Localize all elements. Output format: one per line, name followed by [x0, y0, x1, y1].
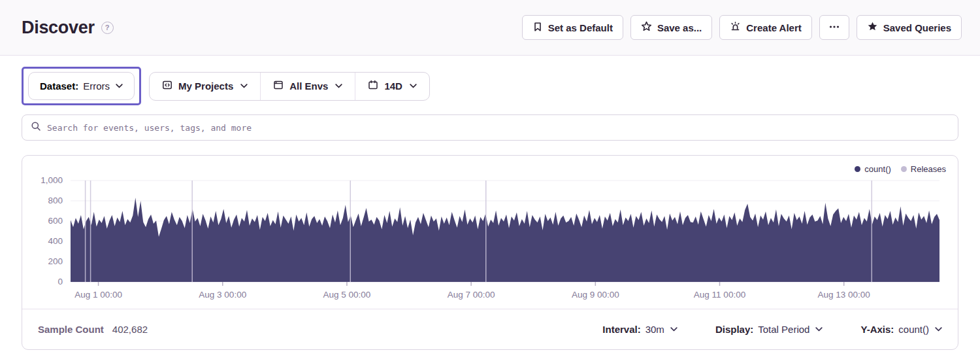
siren-icon — [730, 21, 741, 34]
star-filled-icon — [867, 21, 878, 34]
environments-dropdown[interactable]: All Envs — [260, 73, 355, 100]
projects-icon — [162, 80, 172, 92]
star-outline-icon — [641, 21, 652, 34]
more-options-button[interactable] — [819, 15, 849, 40]
x-tick-label: Aug 1 00:00 — [74, 290, 122, 300]
dataset-highlight-ring: Dataset: Errors — [22, 67, 141, 105]
x-tick-label: Aug 7 00:00 — [448, 290, 495, 300]
chevron-down-icon — [670, 327, 678, 332]
header-actions: Set as Default Save as... Create Alert S… — [522, 15, 962, 40]
chart-footer: Sample Count 402,682 Interval: 30m Displ… — [22, 309, 958, 349]
bookmark-icon — [532, 22, 543, 34]
legend-item-releases[interactable]: Releases — [901, 164, 946, 174]
interval-dropdown[interactable]: Interval: 30m — [602, 324, 678, 335]
save-as-button[interactable]: Save as... — [630, 15, 712, 40]
calendar-icon — [368, 80, 378, 92]
create-alert-button[interactable]: Create Alert — [719, 15, 811, 40]
display-dropdown[interactable]: Display: Total Period — [715, 324, 823, 335]
set-as-default-button[interactable]: Set as Default — [522, 15, 623, 40]
date-range-dropdown[interactable]: 14D — [355, 73, 429, 100]
ellipsis-icon — [828, 22, 840, 34]
y-tick-label: 800 — [24, 196, 63, 206]
page-header: Discover ? Set as Default Save as... Cre… — [0, 0, 980, 56]
chevron-down-icon — [240, 84, 248, 88]
chevron-down-icon — [815, 327, 823, 332]
x-tick-label: Aug 3 00:00 — [199, 290, 246, 300]
dataset-dropdown[interactable]: Dataset: Errors — [28, 72, 135, 100]
chart-area: count()Releases 02004006008001,000 Aug 1… — [22, 156, 958, 309]
search-icon — [31, 121, 41, 134]
projects-dropdown[interactable]: My Projects — [150, 73, 260, 100]
area-chart[interactable] — [71, 181, 939, 287]
legend-item-count[interactable]: count() — [855, 164, 890, 174]
legend-dot-icon — [901, 166, 907, 172]
x-tick-label: Aug 11 00:00 — [694, 290, 745, 300]
page-filters-group: My Projects All Envs 14D — [149, 72, 430, 101]
y-tick-label: 200 — [24, 256, 63, 267]
saved-queries-button[interactable]: Saved Queries — [857, 15, 962, 40]
y-tick-label: 1,000 — [24, 175, 63, 186]
window-icon — [273, 80, 284, 92]
y-axis-dropdown[interactable]: Y-Axis: count() — [860, 324, 942, 335]
filter-bar: Dataset: Errors My Projects All Envs 14D — [22, 67, 958, 105]
x-tick-label: Aug 9 00:00 — [572, 290, 619, 300]
page-title: Discover — [22, 18, 95, 38]
sample-count-value: 402,682 — [112, 324, 148, 335]
help-icon[interactable]: ? — [101, 22, 114, 34]
count-series-area — [71, 198, 939, 282]
chart-plot: 02004006008001,000 Aug 1 00:00Aug 3 00:0… — [71, 181, 939, 282]
legend-dot-icon — [855, 166, 860, 172]
chevron-down-icon — [335, 84, 342, 88]
y-tick-label: 0 — [24, 277, 63, 287]
y-tick-label: 600 — [24, 216, 63, 226]
y-tick-label: 400 — [24, 236, 63, 247]
chevron-down-icon — [116, 84, 123, 88]
chevron-down-icon — [410, 84, 417, 88]
events-chart-panel: count()Releases 02004006008001,000 Aug 1… — [22, 155, 958, 350]
chevron-down-icon — [935, 327, 942, 332]
search-input[interactable] — [47, 123, 949, 133]
sample-count: Sample Count 402,682 — [38, 324, 148, 335]
search-bar — [22, 114, 958, 141]
chart-legend: count()Releases — [855, 164, 946, 174]
x-tick-label: Aug 13 00:00 — [818, 290, 870, 300]
x-tick-label: Aug 5 00:00 — [323, 290, 371, 300]
